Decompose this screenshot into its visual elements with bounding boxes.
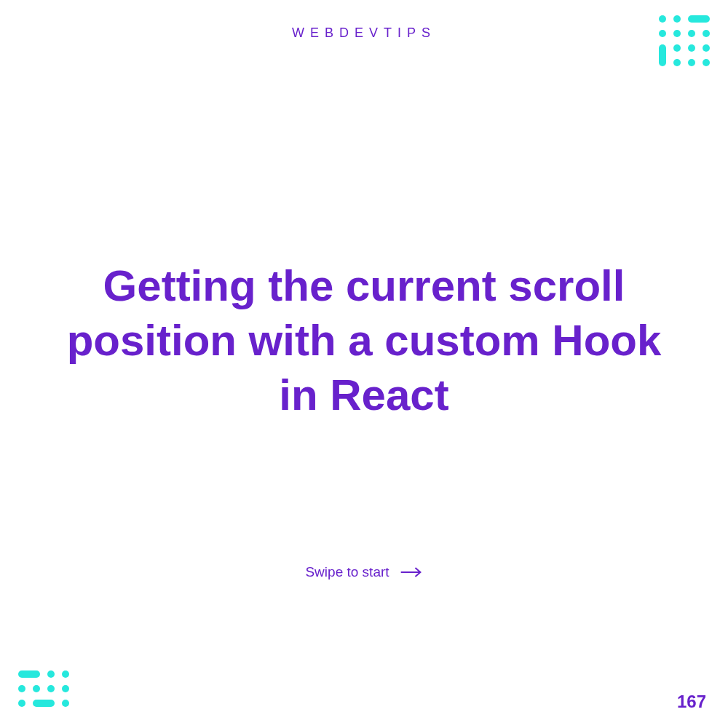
decoration-bottom-left: [16, 668, 74, 715]
svg-point-3: [659, 30, 666, 37]
swipe-label: Swipe to start: [305, 564, 389, 580]
svg-point-16: [47, 670, 55, 678]
svg-point-12: [688, 59, 695, 66]
decoration-top-right: [657, 13, 715, 74]
swipe-cta[interactable]: Swipe to start: [305, 564, 422, 580]
page-title: Getting the current scroll position with…: [0, 258, 728, 422]
svg-point-24: [62, 700, 69, 707]
svg-point-21: [62, 685, 69, 692]
svg-point-9: [688, 44, 695, 52]
svg-point-22: [18, 700, 25, 707]
svg-point-6: [703, 30, 710, 37]
svg-rect-15: [18, 670, 40, 678]
svg-point-0: [659, 15, 666, 23]
page-number: 167: [677, 692, 706, 712]
svg-point-20: [47, 685, 55, 692]
svg-point-5: [688, 30, 695, 37]
svg-rect-2: [688, 15, 710, 23]
svg-point-4: [673, 30, 681, 37]
svg-point-1: [673, 15, 681, 23]
svg-point-10: [703, 44, 710, 52]
arrow-right-icon: [401, 567, 423, 577]
svg-point-11: [673, 59, 681, 66]
svg-point-19: [33, 685, 40, 692]
svg-point-13: [703, 59, 710, 66]
svg-point-8: [673, 44, 681, 52]
svg-rect-23: [33, 700, 55, 707]
brand-label: WEBDEVTIPS: [292, 25, 436, 41]
svg-point-17: [62, 670, 69, 678]
svg-point-18: [18, 685, 25, 692]
svg-rect-7: [659, 44, 666, 66]
